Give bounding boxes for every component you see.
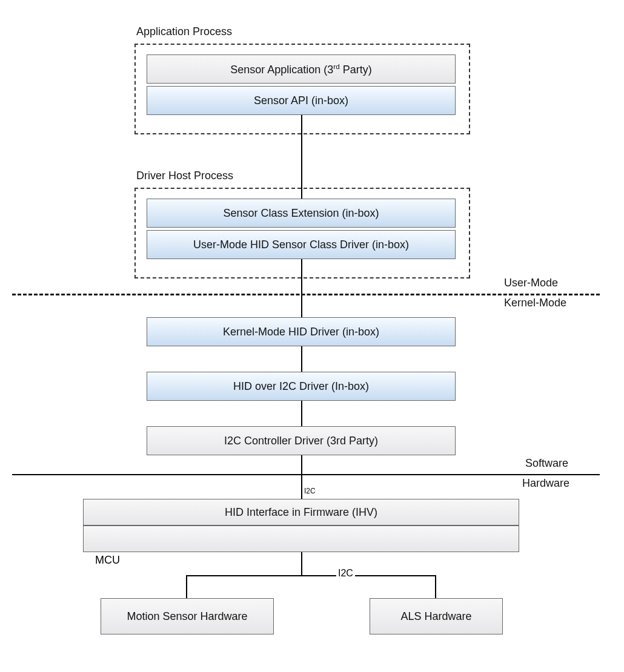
sensor-application-text: Sensor Application (3rd Party) <box>230 62 372 76</box>
sensor-class-extension-box: Sensor Class Extension (in-box) <box>147 199 456 228</box>
connector-kernel-1 <box>301 346 302 372</box>
hardware-label: Hardware <box>522 477 569 490</box>
motion-sensor-hardware-box: Motion Sensor Hardware <box>101 598 274 634</box>
connector-sw-to-hw <box>301 455 302 499</box>
sensor-api-box: Sensor API (in-box) <box>147 86 456 115</box>
i2c-left-drop <box>186 575 187 598</box>
application-process-label: Application Process <box>136 25 232 38</box>
connector-driverhost-to-kernel <box>301 259 302 317</box>
i2c-bus-label-2: I2C <box>336 568 355 579</box>
connector-app-to-driverhost <box>301 115 302 199</box>
sensor-application-box: Sensor Application (3rd Party) <box>147 54 456 84</box>
i2c-bus-label-1: I2C <box>304 487 316 495</box>
kernel-mode-hid-driver-box: Kernel-Mode HID Driver (in-box) <box>147 317 456 346</box>
i2c-vertical-stub <box>301 552 302 576</box>
i2c-controller-driver-box: I2C Controller Driver (3rd Party) <box>147 426 456 455</box>
software-label: Software <box>525 457 568 470</box>
user-mode-hid-sensor-class-driver-box: User-Mode HID Sensor Class Driver (in-bo… <box>147 230 456 259</box>
mcu-box <box>83 525 519 552</box>
i2c-horizontal <box>186 575 436 576</box>
user-kernel-divider <box>12 294 600 295</box>
driver-host-label: Driver Host Process <box>136 170 233 182</box>
connector-kernel-2 <box>301 401 302 426</box>
hid-firmware-box: HID Interface in Firmware (IHV) <box>83 499 519 525</box>
software-hardware-divider <box>12 474 600 475</box>
kernel-mode-label: Kernel-Mode <box>504 297 566 309</box>
als-hardware-box: ALS Hardware <box>370 598 503 634</box>
mcu-label: MCU <box>95 554 120 567</box>
hid-over-i2c-driver-box: HID over I2C Driver (In-box) <box>147 372 456 401</box>
user-mode-label: User-Mode <box>504 277 558 289</box>
i2c-right-drop <box>435 575 436 598</box>
